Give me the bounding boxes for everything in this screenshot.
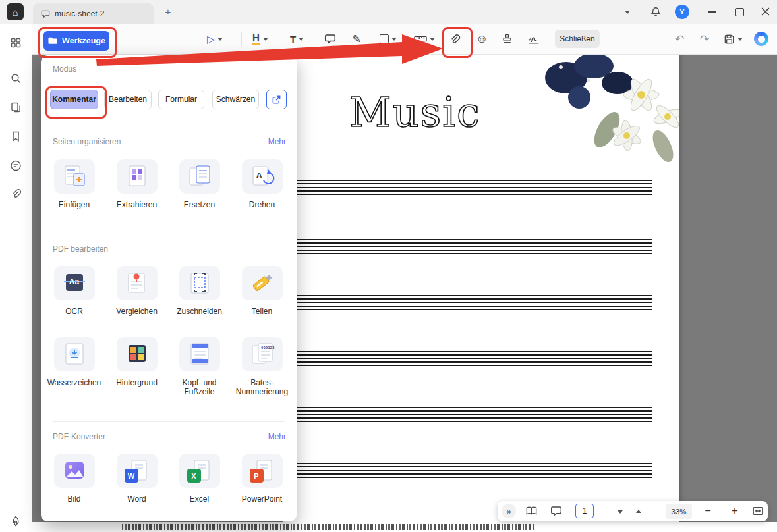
zuschneiden-icon: [185, 270, 214, 296]
chevron-down-icon: [391, 38, 397, 41]
next-page-button[interactable]: [618, 510, 623, 514]
section-title: PDF bearbeiten: [53, 244, 108, 253]
tool-ocr[interactable]: Aa OCR: [43, 266, 105, 317]
shape-tool-button[interactable]: [380, 24, 397, 54]
document-tab[interactable]: music-sheet-2: [33, 3, 154, 24]
music-staff: [283, 295, 652, 310]
sticker-tool-button[interactable]: ☺: [476, 24, 488, 54]
titlebar-dropdown-button[interactable]: [625, 11, 630, 14]
highlight-tool-button[interactable]: H: [252, 24, 268, 54]
sidebar-item-comments[interactable]: [10, 159, 22, 172]
bates-icon: 000123: [248, 341, 277, 367]
schliessen-button[interactable]: Schließen: [555, 30, 600, 48]
tool-wasserzeichen[interactable]: Wasserzeichen: [43, 337, 105, 397]
vergleichen-icon: [123, 270, 152, 296]
speech-bubble-icon: [550, 505, 562, 517]
music-staff: [283, 239, 652, 254]
sidebar-item-attachments[interactable]: [10, 188, 22, 200]
read-mode-button[interactable]: [525, 505, 538, 517]
zoom-out-button[interactable]: −: [703, 504, 713, 518]
tool-hintergrund[interactable]: Hintergrund: [105, 337, 168, 397]
signature-icon: [527, 33, 540, 45]
tool-drehen[interactable]: A Drehen: [231, 159, 293, 210]
comment-list-icon: [10, 159, 22, 172]
tool-einfuegen[interactable]: Einfügen: [43, 159, 105, 210]
tool-bates-nummerierung[interactable]: 000123 Bates-Nummerierung: [231, 337, 293, 397]
text-tool-button[interactable]: T: [290, 24, 304, 54]
sidebar-item-pages[interactable]: [10, 101, 22, 113]
more-link[interactable]: Mehr: [268, 137, 286, 146]
search-icon: [10, 72, 22, 84]
flower-decoration: [528, 54, 679, 166]
maximize-icon: [735, 8, 744, 16]
section-title: PDF-Konverter: [53, 432, 105, 441]
collapse-toolbar-button[interactable]: »: [502, 504, 516, 518]
bild-icon: [60, 458, 89, 484]
view-toolbar: » 1 33% − +: [498, 501, 768, 521]
tool-extrahieren[interactable]: Extrahieren: [105, 159, 168, 210]
ai-assistant-button[interactable]: [754, 32, 768, 46]
text-tool-label: T: [290, 34, 296, 44]
more-link[interactable]: Mehr: [268, 432, 286, 441]
user-avatar[interactable]: Y: [675, 5, 689, 19]
mode-formular-button[interactable]: Formular: [158, 90, 204, 109]
section-pdf-bearbeiten-row2: Wasserzeichen Hintergrund: [43, 337, 297, 397]
signature-tool-button[interactable]: [527, 24, 540, 54]
comment-tool-button[interactable]: [324, 24, 336, 54]
select-tool-button[interactable]: ▷: [207, 24, 223, 54]
section-title: Seiten organisieren: [53, 137, 121, 146]
tool-teilen[interactable]: Teilen: [231, 266, 293, 317]
tool-kopf-fusszeile[interactable]: Kopf- und Fußzeile: [168, 337, 231, 397]
save-icon: [724, 34, 735, 45]
tool-excel[interactable]: X Excel: [168, 454, 231, 504]
notifications-button[interactable]: [650, 6, 662, 18]
fit-page-button[interactable]: [752, 505, 764, 517]
toolbar-separator: [241, 32, 242, 46]
chevron-down-icon: [430, 38, 435, 41]
previous-page-button[interactable]: [636, 510, 641, 513]
music-staff: [283, 180, 652, 195]
chevron-down-icon: [625, 11, 630, 14]
tool-bild[interactable]: Bild: [43, 454, 105, 504]
toolbar-separator: [438, 32, 438, 46]
sidebar-item-apps[interactable]: [10, 37, 22, 49]
save-button[interactable]: [724, 24, 743, 54]
pages-icon: [10, 101, 22, 113]
new-tab-button[interactable]: +: [162, 5, 174, 17]
section-seiten-organisieren: Einfügen Extrahieren: [43, 159, 297, 210]
highlight-tool-label: H: [252, 32, 260, 42]
pencil-tool-button[interactable]: ✎: [352, 24, 361, 54]
tool-word[interactable]: W Word: [105, 454, 168, 504]
zoom-in-button[interactable]: +: [730, 504, 740, 518]
sidebar-item-bookmarks[interactable]: [10, 130, 22, 142]
excel-icon: X: [185, 458, 214, 484]
annotation-box-werkzeuge: [38, 27, 117, 58]
kopf-fusszeile-icon: [185, 341, 214, 367]
extrahieren-icon: [123, 163, 152, 190]
comments-toggle-button[interactable]: [550, 505, 562, 517]
sidebar-item-search[interactable]: [10, 72, 22, 84]
pen-nib-icon: [10, 515, 22, 527]
redo-button[interactable]: ↷: [700, 24, 709, 54]
stamp-tool-button[interactable]: [501, 24, 513, 54]
pdf-page[interactable]: Music: [283, 54, 679, 522]
minimize-icon: [708, 11, 716, 13]
mode-bearbeiten-button[interactable]: Bearbeiten: [104, 90, 152, 109]
close-button[interactable]: [761, 7, 770, 16]
measure-tool-button[interactable]: [414, 24, 435, 54]
section-pdf-bearbeiten-row1: Aa OCR Vergleichen: [43, 266, 297, 317]
page-number-input[interactable]: 1: [575, 504, 594, 518]
plus-icon: +: [732, 505, 737, 517]
undo-button[interactable]: ↶: [675, 24, 684, 54]
plus-icon: +: [165, 6, 171, 17]
zoom-level-button[interactable]: 33%: [666, 504, 692, 519]
share-mode-button[interactable]: [266, 90, 287, 109]
hintergrund-icon: [123, 341, 152, 367]
mode-schwaerzen-button[interactable]: Schwärzen: [212, 90, 259, 109]
tool-zuschneiden[interactable]: Zuschneiden: [168, 266, 231, 317]
tool-vergleichen[interactable]: Vergleichen: [105, 266, 168, 317]
tool-powerpoint[interactable]: P PowerPoint: [231, 454, 293, 504]
sidebar-item-signature[interactable]: [10, 515, 22, 527]
home-button[interactable]: ⌂: [7, 3, 24, 20]
tool-ersetzen[interactable]: Ersetzen: [168, 159, 231, 210]
